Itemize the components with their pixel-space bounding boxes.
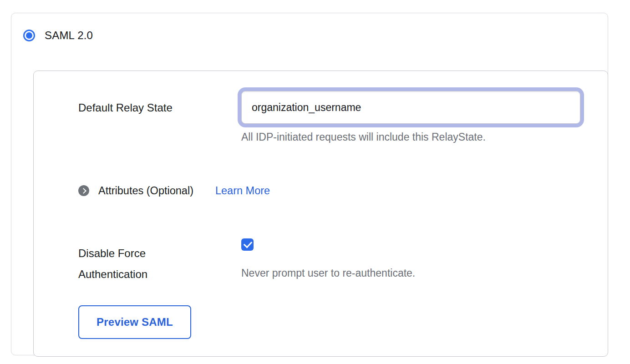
saml-settings-page: SAML 2.0 Default Relay State All IDP-ini… xyxy=(0,0,630,364)
relay-state-control: All IDP-initiated requests will include … xyxy=(238,87,584,144)
force-auth-control: Never prompt user to re-authenticate. xyxy=(238,238,584,285)
attributes-expander-label[interactable]: Attributes (Optional) xyxy=(98,185,193,197)
saml-option-label[interactable]: SAML 2.0 xyxy=(45,29,93,42)
radio-selected-icon[interactable] xyxy=(23,30,35,41)
relay-state-label: Default Relay State xyxy=(78,87,238,144)
preview-saml-button[interactable]: Preview SAML xyxy=(78,305,191,339)
chevron-right-icon[interactable] xyxy=(78,185,89,196)
force-auth-helper-text: Never prompt user to re-authenticate. xyxy=(241,267,584,280)
relay-state-input[interactable] xyxy=(241,91,580,124)
saml-option-card: SAML 2.0 Default Relay State All IDP-ini… xyxy=(11,13,608,355)
saml-radio-row[interactable]: SAML 2.0 xyxy=(23,29,608,42)
relay-state-row: Default Relay State All IDP-initiated re… xyxy=(78,87,584,144)
force-auth-checkbox[interactable] xyxy=(241,238,254,251)
force-auth-row: Disable Force Authentication Never promp… xyxy=(78,238,584,285)
preview-saml-row: Preview SAML xyxy=(78,305,584,339)
learn-more-link[interactable]: Learn More xyxy=(215,185,270,197)
relay-state-helper-text: All IDP-initiated requests will include … xyxy=(241,131,584,144)
force-auth-label: Disable Force Authentication xyxy=(78,238,238,285)
attributes-expander-row: Attributes (Optional) Learn More xyxy=(78,185,584,197)
force-auth-label-text: Disable Force Authentication xyxy=(78,243,183,285)
saml-config-panel: Default Relay State All IDP-initiated re… xyxy=(33,71,608,357)
